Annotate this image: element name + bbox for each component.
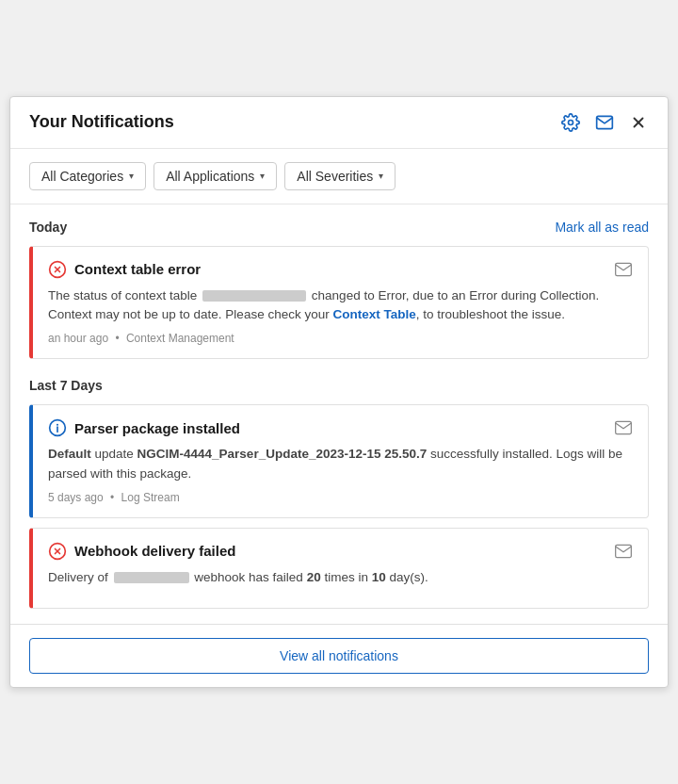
notification-card-3: Webhook delivery failed Delivery of webh… [29, 528, 649, 609]
card-2-category: Log Stream [121, 491, 180, 504]
chevron-down-icon: ▾ [129, 171, 134, 181]
card-3-title: Webhook delivery failed [74, 543, 235, 559]
card-2-mail-icon[interactable] [614, 418, 633, 437]
filter-applications-label: All Applications [166, 169, 254, 184]
svg-point-0 [569, 120, 573, 124]
card-2-time: 5 days ago [48, 491, 104, 504]
filter-categories[interactable]: All Categories ▾ [29, 162, 146, 190]
mark-all-read-link[interactable]: Mark all as read [555, 220, 649, 235]
card-3-header: Webhook delivery failed [48, 542, 633, 561]
card-3-body: Delivery of webhook has failed 20 times … [48, 568, 633, 587]
card-2-title: Parser package installed [74, 420, 240, 436]
notifications-content: Today Mark all as read Context table err… [10, 204, 668, 624]
card-1-body: The status of context table changed to E… [48, 286, 633, 325]
notification-card-2: Parser package installed Default update … [29, 404, 649, 518]
card-1-time: an hour ago [48, 332, 108, 345]
section-7days-label: Last 7 Days [29, 378, 103, 393]
section-7days-header: Last 7 Days [29, 378, 649, 393]
filter-severities[interactable]: All Severities ▾ [284, 162, 396, 190]
redacted-text [202, 290, 306, 302]
section-today-header: Today Mark all as read [29, 220, 649, 235]
panel-header: Your Notifications [10, 97, 668, 149]
filter-categories-label: All Categories [41, 169, 123, 184]
card-2-title-row: Parser package installed [48, 418, 240, 437]
notifications-panel: Your Notifications [9, 96, 669, 688]
context-table-link[interactable]: Context Table [332, 307, 415, 321]
notification-card-1: Context table error The status of contex… [29, 246, 649, 360]
card-1-header: Context table error [48, 260, 633, 279]
header-actions [560, 112, 649, 133]
chevron-down-icon: ▾ [379, 171, 383, 181]
card-3-mail-icon[interactable] [614, 542, 633, 561]
view-all-button[interactable]: View all notifications [29, 638, 649, 674]
chevron-down-icon: ▾ [260, 171, 265, 181]
card-1-mail-icon[interactable] [614, 260, 633, 279]
info-circle-icon [48, 418, 67, 437]
error-circle-icon [48, 260, 67, 279]
card-2-body: Default update NGCIM-4444_Parser_Update_… [48, 445, 633, 483]
section-today-label: Today [29, 220, 67, 235]
card-1-title: Context table error [74, 261, 201, 277]
svg-point-9 [57, 425, 58, 426]
card-1-meta: an hour ago • Context Management [48, 332, 633, 345]
panel-title: Your Notifications [29, 112, 174, 132]
card-3-title-row: Webhook delivery failed [48, 542, 235, 561]
panel-footer: View all notifications [10, 624, 668, 687]
card-2-meta: 5 days ago • Log Stream [48, 491, 633, 504]
settings-icon[interactable] [560, 112, 581, 133]
filter-applications[interactable]: All Applications ▾ [153, 162, 277, 190]
card-1-category: Context Management [126, 332, 234, 345]
error-circle-icon-2 [48, 542, 67, 561]
close-icon[interactable] [628, 112, 649, 133]
filter-severities-label: All Severities [297, 169, 373, 184]
mail-envelope-icon[interactable] [594, 112, 615, 133]
card-1-title-row: Context table error [48, 260, 201, 279]
card-2-header: Parser package installed [48, 418, 633, 437]
redacted-text-2 [114, 572, 189, 583]
filters-bar: All Categories ▾ All Applications ▾ All … [10, 149, 668, 204]
